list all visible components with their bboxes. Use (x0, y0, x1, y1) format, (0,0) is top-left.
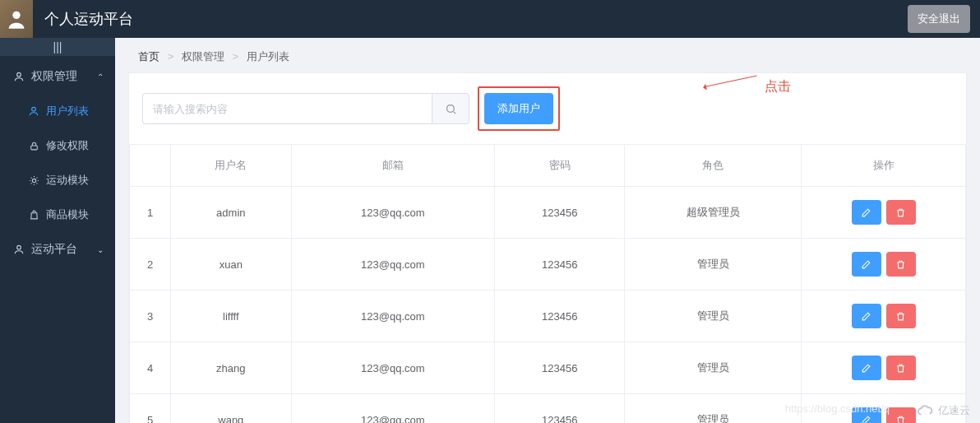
cell-password: 123456 (495, 342, 625, 394)
user-outline-icon (28, 105, 39, 117)
edit-button[interactable] (852, 304, 881, 328)
sidebar-item-sport-module[interactable]: 运动模块 (0, 163, 115, 198)
cell-role: 管理员 (625, 239, 802, 291)
cell-actions (802, 187, 966, 239)
col-index (130, 145, 171, 187)
sidebar-collapse-toggle[interactable]: ||| (0, 38, 115, 56)
svg-point-1 (17, 72, 21, 77)
breadcrumb: 首页 > 权限管理 > 用户列表 (115, 38, 980, 72)
edit-button[interactable] (852, 200, 881, 225)
delete-button[interactable] (886, 356, 916, 380)
sidebar-group-permissions[interactable]: 权限管理 ⌃ (0, 59, 115, 94)
cell-password: 123456 (495, 291, 625, 342)
cell-email: 123@qq.com (291, 187, 495, 239)
trash-icon (895, 363, 906, 374)
cell-username: wang (171, 394, 292, 424)
edit-button[interactable] (852, 356, 881, 380)
trash-icon (895, 415, 906, 424)
trash-icon (895, 207, 906, 218)
trash-icon (895, 259, 906, 270)
search-input[interactable] (142, 93, 432, 124)
sidebar-item-modify-permission[interactable]: 修改权限 (0, 128, 115, 163)
annotation-arrow: 点击 (705, 78, 791, 95)
avatar-icon (5, 7, 28, 30)
delete-button[interactable] (886, 200, 916, 225)
cell-role: 管理员 (625, 291, 802, 342)
trash-icon (895, 311, 906, 322)
watermark-url: https://blog.csdn.net/q (785, 402, 890, 415)
delete-button[interactable] (886, 304, 916, 328)
sidebar-menu: 权限管理 ⌃ 用户列表 修改权限 运动模块 商品模块 (0, 56, 115, 267)
user-table: 用户名 邮箱 密码 角色 操作 1admin123@qq.com123456超级… (129, 144, 966, 423)
annotation-text: 点击 (765, 78, 791, 95)
sidebar-item-label: 商品模块 (46, 207, 89, 222)
sidebar-item-label: 修改权限 (46, 138, 89, 153)
cell-index: 1 (130, 187, 171, 239)
svg-point-2 (32, 107, 36, 111)
app-header: 个人运动平台 安全退出 (0, 0, 980, 38)
col-actions: 操作 (802, 145, 966, 187)
sidebar-item-goods-module[interactable]: 商品模块 (0, 198, 115, 232)
cell-username: liffff (171, 291, 292, 342)
cell-role: 管理员 (625, 394, 802, 424)
content-card: 添加用户 点击 用户名 邮箱 密码 角色 操作 1admin123@qq.com… (128, 72, 967, 423)
add-user-highlight: 添加用户 (478, 86, 560, 131)
breadcrumb-group: 权限管理 (182, 50, 224, 63)
add-user-button[interactable]: 添加用户 (484, 93, 553, 124)
cell-email: 123@qq.com (291, 394, 495, 424)
arrow-line-icon (705, 75, 757, 86)
svg-point-0 (12, 12, 20, 19)
cell-email: 123@qq.com (291, 239, 495, 291)
logout-button[interactable]: 安全退出 (908, 5, 970, 33)
col-password: 密码 (495, 145, 625, 187)
table-row: 4zhang123@qq.com123456管理员 (130, 342, 966, 394)
edit-icon (861, 311, 871, 322)
cell-index: 3 (130, 291, 171, 342)
lock-icon (28, 141, 39, 151)
edit-icon (861, 207, 871, 218)
edit-icon (861, 415, 871, 424)
user-icon (13, 244, 25, 255)
cell-actions (802, 342, 966, 394)
sidebar-item-user-list[interactable]: 用户列表 (0, 94, 115, 128)
col-email: 邮箱 (291, 145, 495, 187)
cell-index: 2 (130, 239, 171, 291)
app-logo (0, 0, 33, 38)
table-row: 2xuan123@qq.com123456管理员 (130, 239, 966, 291)
main-content: 首页 > 权限管理 > 用户列表 添加用户 点击 (115, 38, 980, 423)
svg-rect-3 (30, 145, 37, 149)
cell-password: 123456 (495, 394, 625, 424)
breadcrumb-home[interactable]: 首页 (138, 50, 159, 63)
table-row: 1admin123@qq.com123456超级管理员 (130, 187, 966, 239)
bag-icon (28, 210, 39, 221)
hamburger-icon: ||| (53, 40, 62, 53)
breadcrumb-sep: > (168, 50, 174, 63)
edit-icon (861, 363, 871, 374)
cell-password: 123456 (495, 239, 625, 291)
cloud-icon (917, 404, 935, 417)
cell-email: 123@qq.com (291, 342, 495, 394)
watermark-text: 亿速云 (938, 403, 970, 418)
edit-icon (861, 259, 871, 270)
sidebar-group-sport-platform[interactable]: 运动平台 ⌄ (0, 232, 115, 267)
app-title: 个人运动平台 (44, 9, 133, 29)
sidebar: ||| 权限管理 ⌃ 用户列表 修改权限 运动模块 (0, 38, 115, 423)
header-left: 个人运动平台 (0, 0, 133, 38)
delete-button[interactable] (886, 407, 916, 423)
chevron-down-icon: ⌄ (97, 245, 104, 254)
edit-button[interactable] (852, 252, 881, 277)
delete-button[interactable] (886, 252, 916, 277)
cell-username: admin (171, 187, 292, 239)
search-button[interactable] (432, 93, 469, 124)
col-username: 用户名 (171, 145, 292, 187)
sidebar-group-label: 权限管理 (31, 69, 77, 84)
cell-actions (802, 291, 966, 342)
user-icon (13, 71, 25, 82)
toolbar: 添加用户 点击 (129, 73, 966, 131)
search-wrap (142, 93, 469, 124)
sidebar-group-label: 运动平台 (31, 242, 77, 257)
col-role: 角色 (625, 145, 802, 187)
watermark-brand: 亿速云 (917, 403, 970, 418)
sidebar-item-label: 运动模块 (46, 173, 89, 188)
sidebar-item-label: 用户列表 (46, 104, 89, 119)
